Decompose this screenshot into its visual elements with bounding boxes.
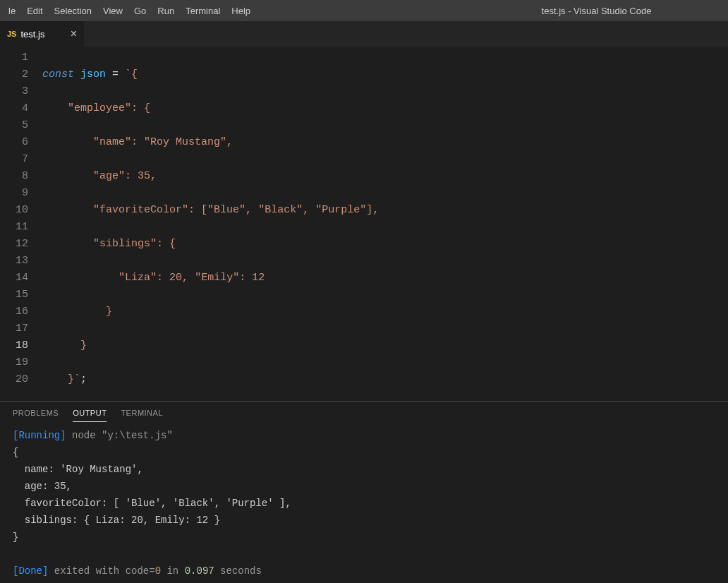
line-gutter: 12345 678910 1112131415 1617181920 (0, 49, 42, 401)
menu-edit[interactable]: Edit (21, 0, 48, 21)
menu-view[interactable]: View (97, 0, 128, 21)
code-content[interactable]: const json = `{ "employee": { "name": "R… (42, 49, 728, 401)
menu-run[interactable]: Run (152, 0, 180, 21)
panel-tab-terminal[interactable]: TERMINAL (121, 404, 163, 421)
editor-area[interactable]: 12345 678910 1112131415 1617181920 const… (0, 47, 728, 401)
output-content[interactable]: [Running] node "y:\test.js" { name: 'Roy… (0, 424, 728, 583)
close-icon[interactable]: × (71, 28, 77, 40)
panel-tabs: PROBLEMS OUTPUT TERMINAL (0, 402, 728, 424)
tab-test-js[interactable]: JS test.js × (0, 21, 85, 47)
editor-tabs: JS test.js × (0, 21, 728, 47)
js-file-icon: JS (7, 30, 16, 38)
window-title: test.js - Visual Studio Code (256, 6, 725, 16)
panel-tab-problems[interactable]: PROBLEMS (13, 404, 59, 421)
bottom-panel: PROBLEMS OUTPUT TERMINAL [Running] node … (0, 401, 728, 583)
menu-go[interactable]: Go (128, 0, 152, 21)
tab-label: test.js (20, 29, 44, 40)
menu-file[interactable]: le (3, 0, 21, 21)
menu-terminal[interactable]: Terminal (180, 0, 226, 21)
menu-selection[interactable]: Selection (49, 0, 97, 21)
menubar: le Edit Selection View Go Run Terminal H… (0, 0, 728, 21)
menu-help[interactable]: Help (226, 0, 256, 21)
panel-tab-output[interactable]: OUTPUT (73, 404, 107, 422)
